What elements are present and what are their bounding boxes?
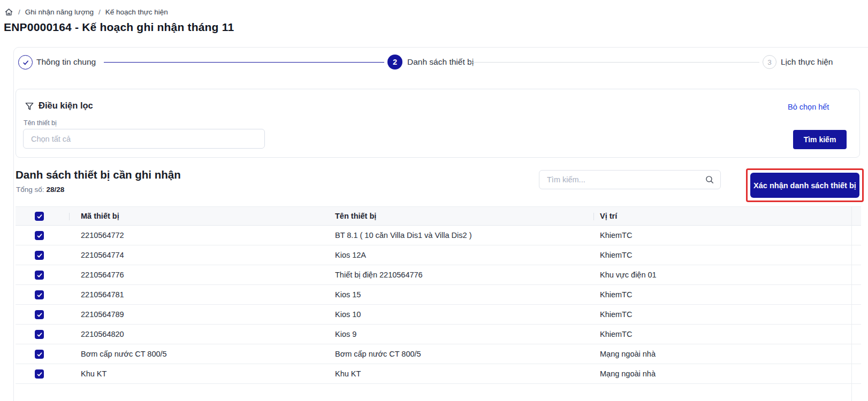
check-icon (36, 312, 43, 318)
highlight-annotation: Xác nhận danh sách thiết bị (746, 168, 864, 202)
device-name-cell: BT 8.1 ( 10 căn Villa Dis1 và Villa Dis2… (335, 226, 471, 245)
check-icon (36, 351, 43, 358)
filter-title: Điều kiện lọc (39, 101, 93, 111)
stepper-connector (468, 62, 759, 63)
device-name-label: Tên thiết bị (24, 119, 57, 127)
device-name-cell: Kios 15 (335, 285, 361, 305)
row-checkbox[interactable] (35, 310, 44, 319)
breadcrumb-item-execution-plan[interactable]: Kế hoạch thực hiện (105, 8, 168, 16)
device-name-cell: Bơm cấp nước CT 800/5 (335, 344, 421, 364)
total-count: Tổng số:28/28 (16, 186, 64, 194)
clear-all-link[interactable]: Bỏ chọn hết (788, 103, 829, 111)
row-checkbox[interactable] (35, 290, 44, 299)
device-location-cell: KhiemTC (600, 245, 632, 265)
breadcrumb: / Ghi nhận năng lượng / Kế hoạch thực hi… (4, 7, 168, 17)
device-location-cell: Khu vực điện 01 (600, 265, 657, 285)
check-icon (36, 371, 43, 377)
device-name-cell: Khu KT (335, 364, 361, 384)
table-search-box (539, 170, 721, 189)
step-3-label: Lịch thực hiện (781, 57, 833, 67)
device-code-cell: Khu KT (81, 364, 106, 384)
device-name-cell: Thiết bị điện 2210564776 (335, 265, 423, 285)
row-checkbox[interactable] (35, 251, 44, 260)
step-3-indicator[interactable]: 3 (763, 55, 776, 69)
stepper-connector (104, 62, 384, 63)
check-icon (22, 59, 29, 66)
table-row: 2210564772 BT 8.1 ( 10 căn Villa Dis1 và… (16, 226, 861, 245)
filter-panel: Điều kiện lọc Bỏ chọn hết Tên thiết bị T… (16, 89, 860, 158)
device-location-cell: Mạng ngoài nhà (600, 344, 656, 364)
table-header-row: Mã thiết bị Tên thiết bị Vị trí (16, 206, 861, 226)
device-code-cell: 2210564774 (81, 245, 124, 265)
device-location-cell: KhiemTC (600, 226, 632, 245)
device-code-cell: 2210564820 (81, 325, 124, 344)
page-title: ENP0000164 - Kế hoạch ghi nhận tháng 11 (4, 21, 234, 34)
device-location-cell: Mạng ngoài nhà (600, 364, 656, 384)
table-row: 2210564776 Thiết bị điện 2210564776 Khu … (16, 265, 861, 285)
table-scrollbar-track[interactable] (851, 206, 852, 401)
table-row: 2210564789 Kios 10 KhiemTC (16, 305, 861, 325)
device-name-cell: Kios 9 (335, 325, 356, 344)
column-header-location[interactable]: Vị trí (600, 207, 617, 226)
table-body: 2210564772 BT 8.1 ( 10 căn Villa Dis1 và… (16, 226, 861, 384)
device-name-input[interactable] (23, 129, 265, 149)
device-code-cell: 2210564772 (81, 226, 124, 245)
main-card: Thông tin chung 2 Danh sách thiết bị 3 L… (13, 47, 868, 401)
column-header-name[interactable]: Tên thiết bị (335, 207, 376, 226)
device-list-title: Danh sách thiết bị cần ghi nhận (16, 168, 181, 181)
table-row: 2210564820 Kios 9 KhiemTC (16, 325, 861, 344)
total-count-label: Tổng số: (16, 186, 44, 194)
row-checkbox[interactable] (35, 350, 44, 359)
home-icon[interactable] (4, 7, 13, 17)
device-code-cell: 2210564776 (81, 265, 124, 285)
table-row: Bơm cấp nước CT 800/5 Bơm cấp nước CT 80… (16, 344, 861, 364)
row-checkbox[interactable] (35, 231, 44, 240)
breadcrumb-separator: / (98, 8, 101, 16)
total-count-value: 28/28 (47, 186, 65, 194)
table-row: 2210564781 Kios 15 KhiemTC (16, 285, 861, 305)
check-icon (36, 272, 43, 279)
table-row: Khu KT Khu KT Mạng ngoài nhà (16, 364, 861, 384)
device-table: Mã thiết bị Tên thiết bị Vị trí 22105647… (16, 206, 861, 401)
column-divider (69, 213, 70, 220)
device-code-cell: 2210564781 (81, 285, 124, 305)
check-icon (36, 252, 43, 259)
device-code-cell: Bơm cấp nước CT 800/5 (81, 344, 167, 364)
device-location-cell: KhiemTC (600, 325, 632, 344)
row-checkbox[interactable] (35, 330, 44, 339)
device-location-cell: KhiemTC (600, 285, 632, 305)
step-2-indicator[interactable]: 2 (387, 55, 402, 70)
table-search-input[interactable] (539, 170, 721, 189)
device-name-cell: Kios 10 (335, 305, 361, 325)
device-location-cell: KhiemTC (600, 305, 632, 325)
check-icon (36, 292, 43, 298)
device-code-cell: 2210564789 (81, 305, 124, 325)
row-checkbox[interactable] (35, 369, 44, 379)
breadcrumb-item-energy-record[interactable]: Ghi nhận năng lượng (25, 8, 94, 16)
table-row: 2210564774 Kios 12A KhiemTC (16, 245, 861, 265)
step-1-indicator[interactable] (18, 55, 33, 70)
check-icon (36, 213, 43, 220)
check-icon (36, 331, 43, 338)
search-button[interactable]: Tìm kiếm (793, 130, 847, 149)
funnel-icon (25, 102, 34, 111)
device-name-cell: Kios 12A (335, 245, 366, 265)
column-divider (593, 213, 594, 220)
check-icon (36, 233, 43, 239)
search-icon (705, 175, 714, 184)
row-checkbox[interactable] (35, 271, 44, 280)
step-2-label: Danh sách thiết bị (407, 57, 474, 67)
confirm-device-list-button[interactable]: Xác nhận danh sách thiết bị (750, 173, 859, 198)
step-1-label: Thông tin chung (36, 57, 96, 67)
breadcrumb-separator: / (18, 8, 20, 16)
select-all-checkbox[interactable] (35, 212, 44, 221)
column-header-code[interactable]: Mã thiết bị (81, 207, 119, 226)
